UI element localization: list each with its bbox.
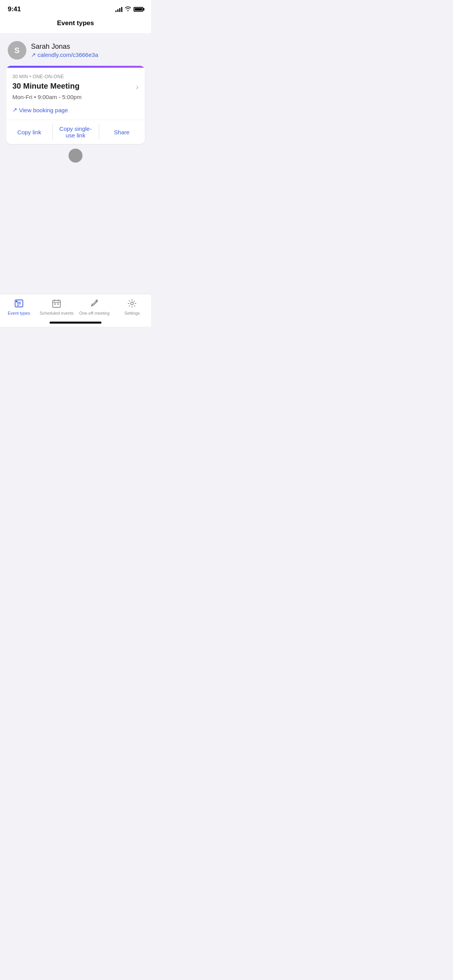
event-header[interactable]: 30 Minute Meeting › — [12, 82, 139, 91]
event-card: 30 MIN • ONE-ON-ONE 30 Minute Meeting › … — [6, 66, 145, 144]
event-types-icon — [14, 298, 24, 309]
event-schedule: Mon-Fri • 9:00am - 5:00pm — [12, 94, 139, 100]
user-url: calendly.com/c3666e3a — [38, 51, 98, 58]
tab-settings[interactable]: Settings — [113, 298, 151, 316]
scroll-indicator — [6, 149, 145, 163]
tab-event-types[interactable]: Event types — [0, 298, 38, 316]
copy-link-button[interactable]: Copy link — [6, 120, 52, 144]
wifi-icon — [125, 6, 131, 12]
event-card-actions: Copy link Copy single-use link Share — [6, 120, 145, 144]
external-link-icon: ↗ — [31, 51, 36, 58]
event-meta: 30 MIN • ONE-ON-ONE — [12, 74, 139, 79]
svg-rect-9 — [54, 303, 56, 305]
share-button[interactable]: Share — [99, 120, 145, 144]
user-info: Sarah Jonas ↗ calendly.com/c3666e3a — [31, 43, 98, 58]
user-link[interactable]: ↗ calendly.com/c3666e3a — [31, 51, 98, 58]
page-title: Event types — [57, 19, 94, 27]
status-time: 9:41 — [8, 5, 21, 13]
svg-point-13 — [131, 302, 134, 305]
chevron-right-icon: › — [136, 82, 139, 91]
battery-icon — [134, 7, 143, 12]
user-name: Sarah Jonas — [31, 43, 98, 51]
home-indicator — [50, 322, 101, 324]
view-booking-label: View booking page — [19, 107, 68, 113]
one-off-meeting-icon — [89, 298, 100, 309]
signal-bars-icon — [115, 7, 122, 12]
tab-one-off-meeting[interactable]: One-off meeting — [76, 298, 113, 316]
page-header: Event types — [0, 16, 151, 33]
status-bar: 9:41 — [0, 0, 151, 16]
svg-rect-10 — [57, 303, 59, 305]
tab-scheduled-events-label: Scheduled events — [40, 310, 74, 316]
copy-single-use-link-button[interactable]: Copy single-use link — [52, 120, 98, 144]
event-card-body: 30 MIN • ONE-ON-ONE 30 Minute Meeting › … — [6, 68, 145, 113]
svg-rect-4 — [16, 301, 17, 302]
status-icons — [115, 6, 143, 12]
external-link-icon: ↗ — [12, 106, 17, 113]
main-content: S Sarah Jonas ↗ calendly.com/c3666e3a 30… — [0, 33, 151, 170]
view-booking-link[interactable]: ↗ View booking page — [12, 106, 139, 113]
tab-scheduled-events[interactable]: Scheduled events — [38, 298, 76, 316]
tab-settings-label: Settings — [124, 310, 140, 316]
tab-one-off-meeting-label: One-off meeting — [79, 310, 110, 316]
avatar: S — [8, 41, 26, 60]
scroll-dot — [69, 149, 82, 163]
scheduled-events-icon — [51, 298, 62, 309]
tab-event-types-label: Event types — [8, 310, 30, 316]
svg-rect-5 — [53, 300, 60, 307]
event-title: 30 Minute Meeting — [12, 82, 79, 91]
settings-icon — [127, 298, 137, 309]
user-profile: S Sarah Jonas ↗ calendly.com/c3666e3a — [6, 41, 145, 60]
